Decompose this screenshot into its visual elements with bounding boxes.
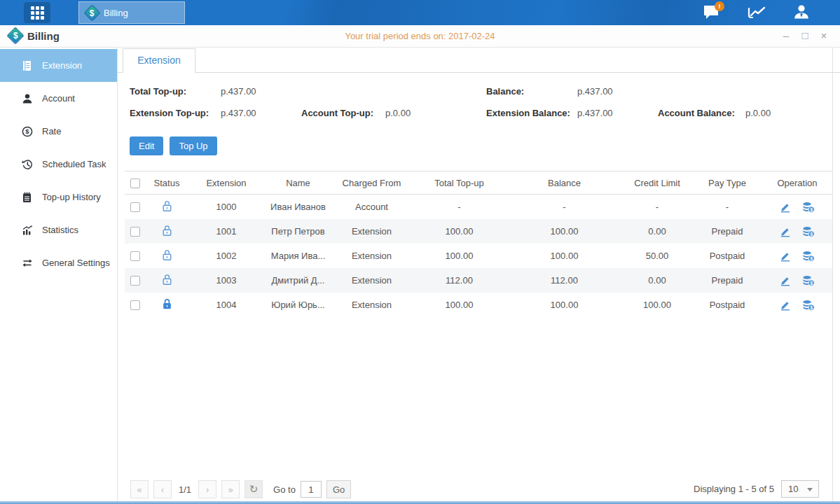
cell-pay-type: Prepaid <box>692 268 762 293</box>
extension-balance-value: p.437.00 <box>577 102 658 124</box>
table-row: 1003 Дмитрий Д... Extension 112.00 112.0… <box>125 268 832 293</box>
cell-credit-limit: 50.00 <box>622 244 692 268</box>
svg-text:$: $ <box>25 127 29 135</box>
row-checkbox[interactable] <box>130 227 140 237</box>
sidebar-item-topup-history[interactable]: Top-up History <box>0 181 117 214</box>
topup-coins-icon[interactable]: $ <box>802 226 815 237</box>
sidebar-item-scheduled-task[interactable]: Scheduled Task <box>0 148 117 181</box>
topup-coins-icon[interactable]: $ <box>802 275 815 286</box>
cell-charged-from: Extension <box>331 219 412 244</box>
sidebar-item-label: Extension <box>42 60 82 71</box>
page-size-select[interactable]: 10 <box>781 480 819 498</box>
topup-coins-icon[interactable]: $ <box>802 251 815 262</box>
edit-pencil-icon[interactable] <box>780 226 791 237</box>
lock-closed-icon[interactable] <box>162 298 172 310</box>
cell-name: Юрий Юрь... <box>265 293 331 317</box>
total-topup-value: p.437.00 <box>221 80 301 102</box>
edit-pencil-icon[interactable] <box>780 251 791 262</box>
col-credit-limit: Credit Limit <box>622 172 692 195</box>
taskbar-tab-billing[interactable]: $ Billing <box>78 1 185 24</box>
cell-extension: 1003 <box>188 268 265 293</box>
messages-button[interactable]: ! <box>701 2 722 23</box>
col-extension: Extension <box>188 172 265 195</box>
maximize-button[interactable]: □ <box>799 29 811 43</box>
edit-button[interactable]: Edit <box>130 136 163 155</box>
cell-pay-type: - <box>692 195 762 220</box>
stats-chart-icon <box>21 224 33 236</box>
sidebar-item-label: General Settings <box>42 258 110 268</box>
reports-button[interactable] <box>746 2 767 23</box>
sidebar-item-extension[interactable]: Extension <box>0 49 117 82</box>
cell-balance: 100.00 <box>507 219 622 244</box>
sidebar-item-label: Statistics <box>42 225 78 235</box>
lock-open-icon[interactable] <box>162 200 172 212</box>
user-account-button[interactable] <box>791 2 812 23</box>
goto-page-input[interactable] <box>301 481 322 498</box>
account-balance-label: Account Balance: <box>658 102 745 124</box>
sidebar-item-general-settings[interactable]: General Settings <box>0 246 117 279</box>
first-page-button[interactable]: « <box>130 480 149 498</box>
sidebar-item-account[interactable]: Account <box>0 82 117 115</box>
cell-pay-type: Postpaid <box>692 244 762 268</box>
cell-name: Мария Ива... <box>265 244 331 268</box>
col-status: Status <box>146 172 188 195</box>
row-checkbox[interactable] <box>130 300 140 310</box>
svg-text:$: $ <box>810 280 813 286</box>
panel-right-border <box>832 48 833 501</box>
col-pay-type: Pay Type <box>692 172 762 195</box>
cell-name: Дмитрий Д... <box>265 268 331 293</box>
lock-open-icon[interactable] <box>162 249 172 261</box>
topup-coins-icon[interactable]: $ <box>802 300 815 311</box>
cell-pay-type: Prepaid <box>692 219 762 244</box>
taskbar: $ Billing ! <box>0 0 840 25</box>
sidebar-item-label: Scheduled Task <box>42 159 106 169</box>
cell-credit-limit: - <box>622 195 692 220</box>
cell-balance: 100.00 <box>507 244 622 268</box>
person-icon <box>21 92 33 104</box>
prev-page-button[interactable]: ‹ <box>153 480 172 498</box>
sidebar: Extension Account $ Rate Scheduled Task … <box>0 48 118 501</box>
window-titlebar: $ Billing Your trial period ends on: 201… <box>0 25 840 48</box>
row-checkbox[interactable] <box>130 251 140 261</box>
table-row: 1000 Иван Иванов Account - - - - $ <box>125 195 832 220</box>
edit-pencil-icon[interactable] <box>780 202 791 213</box>
apps-grid-icon <box>31 6 44 20</box>
cell-total-topup: 112.00 <box>412 268 507 293</box>
trial-notice: Your trial period ends on: 2017-02-24 <box>0 31 840 41</box>
sidebar-item-statistics[interactable]: Statistics <box>0 214 117 246</box>
row-checkbox[interactable] <box>130 276 140 286</box>
col-balance: Balance <box>507 172 622 195</box>
account-topup-value: p.0.00 <box>385 102 466 124</box>
lock-open-icon[interactable] <box>162 274 172 286</box>
tab-extension[interactable]: Extension <box>123 48 195 73</box>
refresh-button[interactable]: ↻ <box>245 480 263 498</box>
page-indicator: 1/1 <box>177 484 193 495</box>
app-launcher-button[interactable] <box>24 2 50 23</box>
billing-dollar-diamond-icon: $ <box>83 4 100 21</box>
lock-open-icon[interactable] <box>162 225 172 237</box>
sidebar-item-label: Rate <box>42 126 61 136</box>
cell-extension: 1000 <box>188 195 265 220</box>
svg-text:$: $ <box>810 304 813 310</box>
close-button[interactable]: × <box>818 29 830 43</box>
select-all-checkbox[interactable] <box>130 178 140 188</box>
minimize-button[interactable]: – <box>780 29 792 43</box>
table-row: 1001 Петр Петров Extension 100.00 100.00… <box>125 219 832 244</box>
cell-balance: 112.00 <box>507 268 622 293</box>
row-checkbox[interactable] <box>130 202 140 212</box>
top-up-button[interactable]: Top Up <box>170 136 216 155</box>
table-row: 1004 Юрий Юрь... Extension 100.00 100.00… <box>125 293 832 317</box>
table-header-row: Status Extension Name Charged From Total… <box>125 172 832 195</box>
edit-pencil-icon[interactable] <box>780 275 791 286</box>
next-page-button[interactable]: › <box>198 480 216 498</box>
cell-total-topup: 100.00 <box>412 244 507 268</box>
total-topup-label: Total Top-up: <box>130 80 221 102</box>
topup-coins-icon[interactable]: $ <box>802 202 815 213</box>
go-button[interactable]: Go <box>326 480 351 498</box>
last-page-button[interactable]: » <box>221 480 240 498</box>
cell-total-topup: 100.00 <box>412 219 507 244</box>
edit-pencil-icon[interactable] <box>780 300 791 311</box>
displaying-text: Displaying 1 - 5 of 5 <box>694 484 774 494</box>
sidebar-item-rate[interactable]: $ Rate <box>0 115 117 148</box>
journal-icon <box>21 59 33 71</box>
